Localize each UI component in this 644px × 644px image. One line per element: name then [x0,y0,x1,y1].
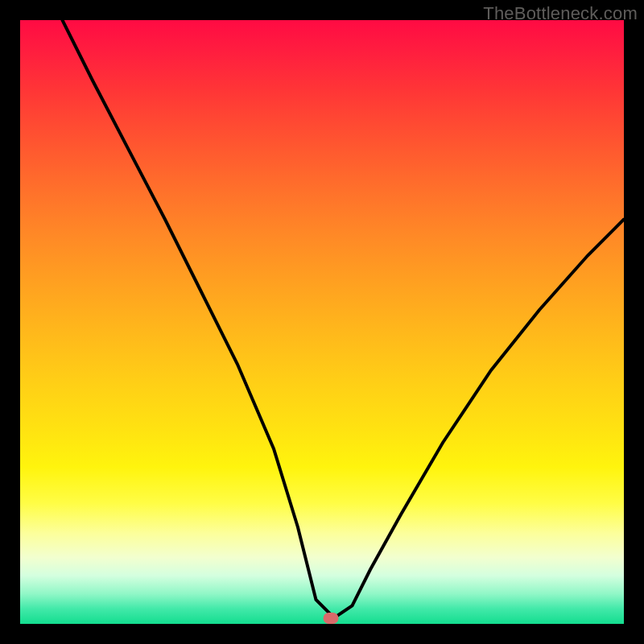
chart-frame: TheBottleneck.com [0,0,644,644]
curve-path [63,20,625,618]
plot-area [20,20,624,624]
bottleneck-curve [20,20,624,624]
optimal-point-marker [324,613,339,624]
